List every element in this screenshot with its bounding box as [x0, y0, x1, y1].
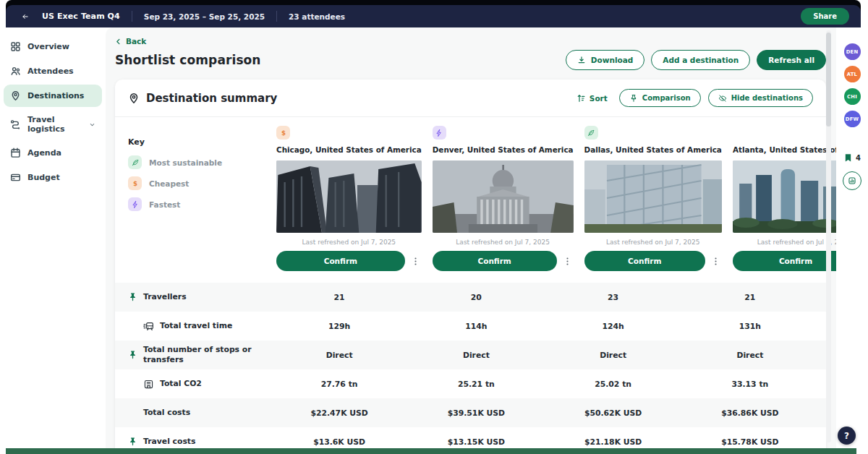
destination-actions: Confirm [584, 251, 722, 271]
footer-accent-bar [6, 448, 856, 454]
confirm-button[interactable]: Confirm [584, 251, 705, 271]
svg-text:$: $ [281, 129, 286, 137]
destination-image [733, 160, 836, 233]
bookmark-icon [843, 153, 853, 163]
key-item-sustainable: Most sustainable [128, 155, 265, 169]
download-button[interactable]: Download [566, 50, 645, 70]
card-header: Destination summary Sort [115, 80, 826, 117]
row-value: 21 [687, 293, 813, 302]
chevron-down-icon [89, 121, 95, 129]
sidebar-item-label: Travel logistics [27, 115, 82, 134]
page-header: Shortlist comparison Download Add a dest… [115, 50, 826, 70]
row-value: $15.78K USD [687, 437, 813, 447]
row-value: 27.76 tn [276, 380, 402, 389]
topbar-divider [276, 11, 277, 22]
sort-button[interactable]: Sort [572, 93, 612, 103]
bar-chart-icon [848, 176, 856, 186]
bolt-icon [128, 197, 142, 211]
row-label-text: Total costs [143, 408, 190, 418]
confirm-button[interactable]: Confirm [433, 251, 557, 271]
logistics-icon [10, 119, 21, 130]
trip-dates: Sep 23, 2025 – Sep 25, 2025 [144, 12, 265, 21]
pushpin-outline-icon [629, 94, 638, 103]
sidebar-item-travel-logistics[interactable]: Travel logistics [4, 109, 102, 140]
badge-slot [433, 126, 574, 143]
table-row-total-costs: Total costs$22.47K USD$39.51K USD$50.62K… [115, 398, 826, 427]
sort-icon [576, 94, 585, 103]
banknote-icon: $ [128, 176, 142, 190]
row-value: $36.86K USD [687, 408, 813, 418]
row-value: 33.13 tn [687, 380, 813, 389]
row-value: $39.51K USD [413, 408, 539, 418]
pushpin-icon [128, 350, 137, 360]
share-button[interactable]: Share [801, 8, 849, 25]
badge-slot: $ [276, 126, 422, 143]
comparison-label: Comparison [642, 94, 691, 102]
add-destination-button[interactable]: Add a destination [651, 50, 750, 70]
bolt-icon [433, 126, 446, 140]
card-title: Destination summary [146, 92, 277, 105]
sidebar-item-budget[interactable]: Budget [4, 166, 102, 189]
table-row-total-travel-time: Total travel time129h114h124h131h [115, 312, 826, 340]
row-label-text: Travel costs [143, 437, 195, 447]
destination-column-dallas: Dallas, United States of AmericaLast ref… [584, 126, 722, 271]
avatar-den[interactable]: DEN [844, 43, 861, 60]
destination-name: Atlanta, United States of America [733, 145, 836, 154]
row-value: $22.47K USD [276, 408, 402, 418]
budget-icon [10, 172, 21, 183]
kebab-menu-icon[interactable] [710, 254, 722, 268]
comparison-button[interactable]: Comparison [619, 89, 701, 107]
sidebar-item-attendees[interactable]: Attendees [4, 60, 102, 82]
back-link[interactable]: Back [115, 37, 146, 46]
refresh-all-button[interactable]: Refresh all [757, 50, 826, 70]
destination-actions: Confirm [276, 251, 422, 271]
key-item-cheapest: $Cheapest [128, 176, 265, 190]
badge-slot [584, 126, 722, 143]
row-value: 114h [413, 322, 539, 331]
destination-refreshed-note: Last refreshed on Jul 7, 2025 [733, 239, 836, 246]
right-rail: DENATLCHIDFW 4 [836, 27, 868, 448]
destination-summary-card: Destination summary Sort [115, 80, 826, 448]
download-label: Download [591, 56, 634, 64]
sidebar-item-overview[interactable]: Overview [4, 35, 102, 58]
kebab-menu-icon[interactable] [410, 254, 422, 268]
kebab-menu-icon[interactable] [562, 254, 574, 268]
help-button[interactable]: ? [838, 427, 856, 445]
app-body: OverviewAttendeesDestinationsTravel logi… [0, 27, 868, 448]
pushpin-icon [128, 292, 137, 302]
avatar-dfw[interactable]: DFW [844, 111, 861, 127]
card-tools: Sort Comparison Hide desti [572, 89, 813, 107]
destination-actions: Confirm [433, 251, 574, 271]
chevron-left-icon [115, 38, 122, 45]
row-value: $21.18K USD [550, 437, 676, 447]
row-value: $13.15K USD [413, 437, 539, 447]
sidebar-item-destinations[interactable]: Destinations [4, 85, 102, 107]
row-value: 131h [687, 322, 813, 331]
destination-image [433, 160, 574, 233]
back-arrow-icon[interactable] [17, 9, 33, 25]
avatar-atl[interactable]: ATL [844, 66, 861, 82]
row-value: $13.6K USD [276, 437, 402, 447]
stats-button[interactable] [843, 171, 861, 190]
scrollbar-thumb[interactable] [826, 33, 831, 127]
confirm-button[interactable]: Confirm [733, 251, 836, 271]
confirm-button[interactable]: Confirm [276, 251, 405, 271]
comparison-header: Key Most sustainable$CheapestFastest $Ch… [115, 117, 826, 283]
row-value: Direct [550, 351, 676, 360]
avatar-chi[interactable]: CHI [844, 88, 861, 105]
key-item-label: Cheapest [149, 179, 189, 188]
building-icon [143, 379, 154, 390]
saved-destinations-button[interactable]: 4 [843, 153, 861, 163]
eye-off-icon [718, 94, 727, 103]
banknote-icon: $ [276, 126, 290, 140]
key-item-label: Fastest [149, 200, 180, 209]
row-label: Total travel time [128, 321, 265, 332]
row-label: Total number of stops or transfers [128, 345, 265, 365]
destination-column-atlanta: Atlanta, United States of AmericaLast re… [733, 126, 836, 271]
row-label: Total CO2 [128, 379, 265, 390]
row-value: $50.62K USD [550, 408, 676, 418]
row-value: 124h [550, 322, 676, 331]
hide-destinations-button[interactable]: Hide destinations [708, 89, 813, 107]
row-value: 23 [550, 293, 676, 302]
sidebar-item-agenda[interactable]: Agenda [4, 142, 102, 164]
